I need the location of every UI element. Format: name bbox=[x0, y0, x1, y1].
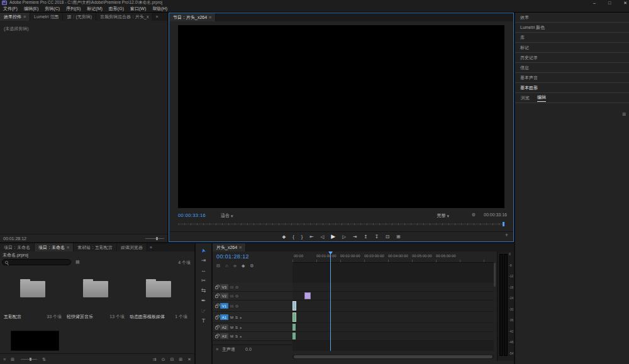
mute-button[interactable]: M bbox=[230, 326, 233, 329]
thumbnail-zoom-knob[interactable] bbox=[30, 358, 31, 361]
clear-trash-icon[interactable]: ✕ bbox=[187, 357, 191, 361]
nest-sequence-icon[interactable]: ⊟ bbox=[216, 263, 220, 268]
panel-tab-essential-graphics[interactable]: 基本图形 bbox=[515, 83, 629, 93]
linked-selection-icon[interactable]: ∞ bbox=[233, 263, 237, 268]
track-lane-v1[interactable] bbox=[292, 301, 494, 312]
playback-resolution-dropdown[interactable]: 完整 ▾ bbox=[437, 212, 449, 219]
track-select-forward-tool[interactable]: ⇥ bbox=[201, 258, 206, 263]
track-target-badge[interactable]: A2 bbox=[220, 324, 228, 330]
zoom-slider[interactable] bbox=[145, 238, 164, 239]
tab-audio-clip-mixer[interactable]: 音频剪辑混合器：片头_x bbox=[96, 13, 153, 21]
find-icon[interactable]: ⊙ bbox=[162, 357, 165, 361]
extract-icon[interactable]: ↧ bbox=[375, 234, 379, 240]
icon-view-icon[interactable]: ⊞ bbox=[11, 357, 14, 361]
comparison-view-icon[interactable]: ⊞ bbox=[396, 234, 400, 240]
minimize-button[interactable]: – bbox=[593, 1, 596, 5]
program-video-viewport[interactable] bbox=[178, 25, 504, 208]
snap-icon[interactable]: ∩ bbox=[225, 263, 228, 268]
sync-lock-icon[interactable]: ⊡ bbox=[230, 304, 233, 308]
clip-thumbnail[interactable] bbox=[11, 331, 59, 351]
track-lane-v2[interactable] bbox=[292, 292, 494, 301]
timeline-horizontal-scrollbar[interactable] bbox=[292, 355, 494, 359]
track-target-badge[interactable]: V1 bbox=[220, 303, 228, 309]
type-tool[interactable]: T bbox=[202, 318, 206, 324]
audio-clip[interactable] bbox=[292, 312, 296, 322]
panel-tab-effects[interactable]: 效果 bbox=[515, 13, 629, 23]
automate-to-sequence-icon[interactable]: ⇉ bbox=[153, 357, 157, 361]
track-lock-icon[interactable] bbox=[215, 316, 218, 319]
tab-sequence[interactable]: 片头_x264 ≡ bbox=[213, 243, 246, 251]
program-current-timecode[interactable]: 00:00:33:16 bbox=[178, 212, 206, 218]
solo-button[interactable]: S bbox=[235, 334, 238, 338]
scrollbar-handle[interactable] bbox=[294, 355, 493, 358]
razor-tool[interactable]: ✂ bbox=[201, 278, 206, 284]
bin-item-mogrt-media[interactable]: 动态图形模板媒体 1 个项 bbox=[128, 279, 189, 326]
list-view-icon[interactable]: ≡ bbox=[3, 357, 6, 361]
track-lock-icon[interactable] bbox=[215, 295, 218, 298]
menu-window[interactable]: 窗口(W) bbox=[127, 6, 149, 12]
track-lock-icon[interactable] bbox=[215, 286, 218, 289]
panel-menu-icon[interactable]: ≡ bbox=[23, 14, 26, 19]
close-button[interactable]: ✕ bbox=[623, 1, 627, 5]
voiceover-record-icon[interactable]: ● bbox=[240, 326, 242, 329]
video-clip[interactable] bbox=[292, 301, 296, 311]
go-to-in-icon[interactable]: ⇤ bbox=[309, 234, 313, 240]
track-target-badge[interactable]: A3 bbox=[220, 333, 228, 339]
panel-menu-icon[interactable]: ≡ bbox=[209, 15, 211, 19]
view-options-icon[interactable]: ▤ bbox=[75, 260, 80, 264]
track-lock-icon[interactable] bbox=[215, 326, 218, 329]
sync-lock-icon[interactable]: ⊡ bbox=[230, 294, 233, 298]
track-target-badge[interactable]: A1 bbox=[220, 314, 228, 320]
solo-button[interactable]: S bbox=[235, 316, 238, 319]
track-lock-icon[interactable] bbox=[215, 335, 218, 338]
mute-button[interactable]: M bbox=[230, 334, 233, 338]
hand-tool[interactable]: ☞ bbox=[201, 308, 206, 314]
search-input[interactable] bbox=[2, 259, 71, 265]
menu-help[interactable]: 帮助(H) bbox=[149, 6, 170, 12]
menu-graphics[interactable]: 图形(G) bbox=[106, 6, 127, 12]
add-marker-icon[interactable]: ◆ bbox=[282, 234, 286, 240]
panel-options-icon[interactable]: ⊞ bbox=[622, 112, 626, 116]
voiceover-record-icon[interactable]: ● bbox=[240, 316, 242, 319]
track-output-eye-icon[interactable]: ⊙ bbox=[235, 294, 238, 298]
panel-tab-info[interactable]: 信息 bbox=[515, 63, 629, 73]
audio-clip[interactable] bbox=[292, 333, 296, 339]
browse-tab[interactable]: 浏览 bbox=[521, 95, 530, 101]
panel-tab-essential-sound[interactable]: 基本声音 bbox=[515, 73, 629, 83]
slip-tool[interactable]: ⇆ bbox=[201, 288, 206, 294]
lift-icon[interactable]: ↥ bbox=[364, 234, 367, 240]
menu-marker[interactable]: 标记(M) bbox=[84, 6, 106, 12]
timeline-vertical-scrollbar[interactable] bbox=[494, 263, 496, 351]
playhead-line[interactable] bbox=[330, 251, 331, 351]
voiceover-record-icon[interactable]: ● bbox=[240, 334, 242, 338]
track-output-eye-icon[interactable]: ⊙ bbox=[235, 285, 238, 289]
track-target-badge[interactable]: V2 bbox=[220, 293, 228, 299]
program-scrub-bar[interactable] bbox=[178, 223, 504, 225]
tab-effect-controls[interactable]: 效果控件 ≡ bbox=[0, 13, 30, 21]
audio-meters[interactable]: 0 -6 -12 -18 -24 -30 -36 -42 -48 -54 bbox=[497, 251, 514, 361]
tab-program-monitor[interactable]: 节目：片头_x264 ≡ bbox=[169, 13, 216, 21]
solo-button[interactable]: S bbox=[235, 326, 238, 329]
time-display-settings-icon[interactable]: ⚙ bbox=[250, 263, 253, 268]
menu-clip[interactable]: 剪辑(C) bbox=[42, 6, 63, 12]
step-forward-icon[interactable]: ▷ bbox=[342, 234, 346, 240]
track-lane-a2[interactable] bbox=[292, 323, 494, 332]
new-item-icon[interactable]: ⊞ bbox=[179, 357, 182, 361]
panel-menu-icon[interactable]: ≡ bbox=[239, 245, 242, 250]
bin-item-colorful-dubbing[interactable]: 五彩配音 33 个项 bbox=[3, 279, 63, 326]
button-editor-plus-icon[interactable]: + bbox=[505, 233, 508, 238]
tab-project-2[interactable]: 项目：未命名 ≡ bbox=[35, 243, 74, 251]
zoom-slider-knob[interactable] bbox=[156, 237, 158, 240]
zoom-level-dropdown[interactable]: 适合 ▾ bbox=[221, 212, 233, 219]
bin-item-light-bgm[interactable]: 轻快背景音乐 13 个项 bbox=[65, 279, 126, 326]
panel-tab-history[interactable]: 历史记录 bbox=[515, 53, 629, 63]
selection-tool[interactable]: ➤ bbox=[200, 248, 207, 254]
mark-out-icon[interactable]: } bbox=[301, 234, 303, 240]
panel-menu-icon[interactable]: ≡ bbox=[67, 245, 69, 250]
menu-sequence[interactable]: 序列(S) bbox=[63, 6, 84, 12]
edit-tab[interactable]: 编辑 bbox=[537, 94, 546, 102]
mark-in-icon[interactable]: { bbox=[292, 234, 294, 240]
ripple-edit-tool[interactable]: ↔ bbox=[201, 268, 206, 273]
effect-controls-timecode[interactable]: 00:01:28:12 bbox=[3, 236, 26, 241]
menu-edit[interactable]: 编辑(E) bbox=[21, 6, 42, 12]
